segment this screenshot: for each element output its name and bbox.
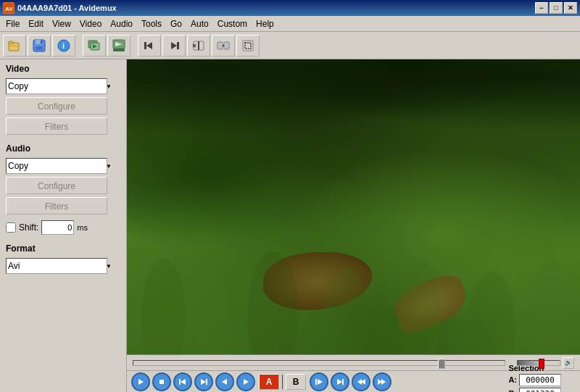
audio-codec-wrapper: Copy None AAC MP3	[6, 158, 115, 174]
shift-checkbox[interactable]	[6, 222, 16, 233]
prev-frame-button[interactable]	[215, 372, 234, 391]
svg-marker-42	[222, 379, 227, 385]
svg-rect-6	[36, 46, 43, 50]
audio-codec-select[interactable]: Copy None AAC MP3	[6, 158, 107, 174]
scrubber-thumb[interactable]	[438, 359, 445, 369]
svg-point-29	[141, 259, 185, 354]
video-filters-button[interactable]: Filters	[6, 117, 107, 135]
shift-input[interactable]	[41, 220, 74, 235]
svg-point-31	[247, 251, 299, 354]
selection-a-row: A:	[508, 374, 561, 386]
video-configure-button[interactable]: Configure	[6, 97, 107, 114]
svg-rect-37	[160, 380, 164, 384]
format-section-label: Format	[6, 243, 120, 254]
minimize-button[interactable]: −	[535, 2, 548, 14]
video-codec-select[interactable]: Copy None MPEG-4 AVC MPEG-4 ASP	[6, 78, 107, 94]
svg-rect-27	[243, 41, 253, 51]
svg-rect-3	[9, 41, 13, 43]
menu-go[interactable]: Go	[166, 17, 186, 30]
svg-marker-51	[381, 379, 386, 385]
crop-button[interactable]	[236, 35, 260, 57]
mark-b-button[interactable]: B	[286, 374, 306, 390]
join-button[interactable]	[212, 35, 235, 57]
selection-b-row: B:	[508, 388, 561, 393]
scrubber-section	[130, 359, 514, 367]
svg-marker-43	[244, 379, 249, 385]
svg-rect-7	[41, 41, 42, 43]
svg-rect-16	[144, 42, 146, 49]
menu-video[interactable]: Video	[75, 17, 106, 30]
info-button[interactable]: i	[52, 35, 75, 57]
grass-svg	[127, 207, 580, 355]
svg-marker-40	[201, 379, 206, 385]
volume-track[interactable]	[517, 360, 560, 366]
volume-fill	[518, 361, 541, 365]
mark-a-button[interactable]: A	[259, 374, 279, 390]
selection-b-input[interactable]	[519, 388, 561, 393]
menu-edit[interactable]: Edit	[24, 17, 48, 30]
stop-button[interactable]	[152, 372, 171, 391]
shift-row: Shift: ms	[6, 220, 120, 235]
prev-keyframe-button[interactable]	[352, 372, 370, 391]
maximize-button[interactable]: □	[550, 2, 563, 14]
save-frame-button[interactable]	[107, 35, 130, 57]
scrubber-track[interactable]	[133, 360, 505, 366]
goto-end-button[interactable]	[331, 372, 349, 391]
forward-button[interactable]	[194, 372, 213, 391]
menu-auto[interactable]: Auto	[186, 17, 213, 30]
left-panel: Video Copy None MPEG-4 AVC MPEG-4 ASP Co…	[0, 59, 127, 392]
svg-point-33	[399, 259, 439, 354]
next-segment-button[interactable]	[162, 35, 186, 57]
format-select[interactable]: Avi MP4 MKV FLV MOV	[6, 258, 107, 274]
shift-label: Shift:	[19, 222, 38, 233]
svg-marker-18	[171, 42, 177, 49]
main-area: Video Copy None MPEG-4 AVC MPEG-4 ASP Co…	[0, 59, 580, 392]
next-keyframe-button[interactable]	[373, 372, 392, 391]
menu-view[interactable]: View	[48, 17, 75, 30]
goto-start-button[interactable]	[310, 372, 328, 391]
rewind-button[interactable]	[173, 372, 192, 391]
window-title: 04AAA9A7d01 - Avidemux	[17, 4, 535, 12]
toolbar: i	[0, 32, 580, 59]
titlebar: AV 04AAA9A7d01 - Avidemux − □ ✕	[0, 0, 580, 16]
video-top-leaves	[127, 59, 580, 162]
volume-thumb[interactable]	[539, 359, 544, 369]
copy-frame-button[interactable]	[83, 35, 106, 57]
volume-button[interactable]: 🔊	[563, 357, 574, 369]
close-button[interactable]: ✕	[564, 2, 577, 14]
svg-rect-41	[206, 379, 207, 385]
svg-marker-46	[337, 379, 342, 385]
svg-rect-5	[36, 40, 41, 44]
audio-configure-button[interactable]: Configure	[6, 177, 107, 194]
open-button[interactable]	[3, 35, 26, 57]
selection-a-label: A:	[508, 375, 517, 384]
svg-rect-19	[177, 42, 179, 49]
split-button[interactable]	[187, 35, 210, 57]
svg-rect-2	[9, 43, 19, 51]
menu-help[interactable]: Help	[252, 17, 278, 30]
menu-custom[interactable]: Custom	[213, 17, 252, 30]
selection-panel: Selection A: B:	[508, 364, 561, 393]
svg-rect-24	[218, 42, 223, 49]
video-frame	[127, 59, 580, 354]
audio-section-label: Audio	[6, 143, 120, 154]
svg-rect-39	[179, 379, 181, 385]
video-container: 🔊	[127, 59, 580, 392]
selection-b-label: B:	[508, 389, 517, 392]
menu-file[interactable]: File	[1, 17, 24, 30]
svg-point-32	[324, 266, 368, 354]
shift-unit-label: ms	[77, 223, 88, 232]
play-button[interactable]	[131, 372, 150, 391]
svg-rect-44	[315, 379, 317, 385]
menu-tools[interactable]: Tools	[137, 17, 166, 30]
svg-rect-14	[113, 49, 125, 51]
selection-a-input[interactable]	[519, 374, 561, 386]
menu-audio[interactable]: Audio	[106, 17, 137, 30]
svg-rect-47	[342, 379, 344, 385]
next-frame-button[interactable]	[236, 372, 255, 391]
prev-segment-button[interactable]	[138, 35, 161, 57]
audio-filters-button[interactable]: Filters	[6, 197, 107, 214]
svg-point-34	[469, 272, 516, 354]
save-button[interactable]	[28, 35, 51, 57]
svg-marker-38	[181, 379, 186, 385]
